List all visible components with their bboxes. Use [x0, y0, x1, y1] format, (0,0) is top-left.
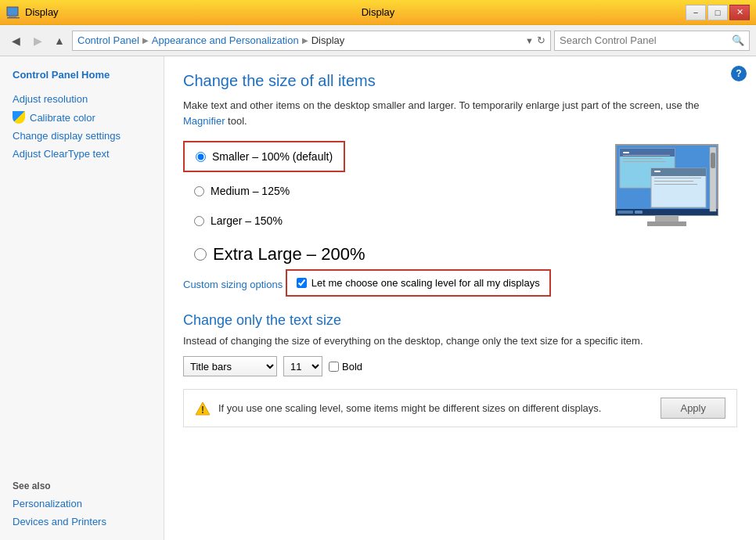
svg-rect-9: [623, 161, 666, 162]
section-title: Change only the text size: [183, 312, 737, 329]
search-input[interactable]: [560, 34, 732, 46]
see-also-label: See also: [0, 468, 164, 495]
warning-row: ! If you use one scaling level, some ite…: [183, 389, 737, 427]
custom-sizing-link[interactable]: Custom sizing options: [183, 279, 283, 290]
svg-rect-8: [623, 158, 662, 159]
section-desc: Instead of changing the size of everythi…: [183, 335, 737, 347]
sidebar-item-adjust-cleartype[interactable]: Adjust ClearType text: [0, 145, 164, 163]
radio-smaller[interactable]: Smaller – 100% (default): [196, 150, 333, 163]
scaling-checkbox[interactable]: [297, 278, 307, 288]
breadcrumb-display: Display: [311, 34, 345, 46]
sidebar-item-calibrate-color[interactable]: Calibrate color: [0, 108, 164, 127]
apply-button[interactable]: Apply: [661, 398, 725, 419]
radio-smaller-input[interactable]: [196, 152, 206, 162]
maximize-button[interactable]: □: [707, 5, 728, 20]
svg-rect-13: [654, 178, 701, 178]
window-controls: − □ ✕: [686, 5, 750, 20]
main-layout: Control Panel Home Adjust resolution Cal…: [0, 56, 756, 540]
svg-rect-17: [617, 211, 633, 214]
svg-rect-19: [655, 215, 679, 221]
app-icon: [6, 5, 20, 20]
svg-rect-18: [635, 211, 643, 214]
title-bar-text: Display: [25, 6, 59, 18]
svg-rect-15: [654, 184, 697, 185]
warning-message: ! If you use one scaling level, some ite…: [195, 401, 601, 416]
svg-rect-0: [7, 7, 18, 16]
page-title: Change the size of all items: [183, 72, 737, 90]
svg-rect-6: [623, 152, 629, 153]
minimize-button[interactable]: −: [686, 5, 706, 20]
warning-icon: !: [195, 401, 211, 416]
page-description: Make text and other items on the desktop…: [183, 98, 737, 128]
radio-medium[interactable]: Medium – 125%: [183, 180, 596, 202]
svg-rect-7: [623, 155, 670, 156]
sidebar-item-change-display-settings[interactable]: Change display settings: [0, 127, 164, 145]
options-row: Smaller – 100% (default) Medium – 125% L…: [183, 141, 737, 269]
radio-extralarge[interactable]: Extra Large – 200%: [183, 239, 596, 269]
radio-highlighted-group: Smaller – 100% (default): [183, 141, 345, 172]
svg-rect-12: [654, 171, 661, 172]
sidebar-home-link[interactable]: Control Panel Home: [0, 66, 164, 84]
help-button[interactable]: ?: [731, 66, 747, 81]
radio-medium-input[interactable]: [194, 186, 204, 196]
bold-checkbox[interactable]: [329, 362, 339, 372]
scaling-checkbox-label[interactable]: Let me choose one scaling level for all …: [311, 277, 540, 289]
svg-rect-20: [647, 221, 686, 226]
radio-options: Smaller – 100% (default) Medium – 125% L…: [183, 141, 596, 269]
display-preview: [612, 141, 737, 235]
bold-label[interactable]: Bold: [329, 361, 362, 373]
display-preview-svg: [612, 141, 737, 235]
text-size-row: Title bars Menus Message boxes Palette t…: [183, 356, 737, 376]
svg-text:!: !: [201, 405, 204, 416]
back-button[interactable]: ◀: [6, 31, 25, 50]
radio-larger-input[interactable]: [194, 216, 204, 226]
title-bar: Display Display − □ ✕: [0, 0, 756, 25]
svg-rect-22: [711, 153, 715, 168]
sidebar-item-adjust-resolution[interactable]: Adjust resolution: [0, 90, 164, 108]
up-button[interactable]: ▲: [50, 31, 69, 50]
breadcrumb-dropdown[interactable]: ▼: [525, 36, 534, 45]
text-item-select[interactable]: Title bars Menus Message boxes Palette t…: [183, 356, 277, 376]
checkbox-scaling-group: Let me choose one scaling level for all …: [286, 269, 551, 297]
forward-button[interactable]: ▶: [28, 31, 47, 50]
breadcrumb: Control Panel ▶ Appearance and Personali…: [72, 31, 551, 51]
sidebar-item-devices-printers[interactable]: Devices and Printers: [0, 513, 164, 531]
content-area: ? Change the size of all items Make text…: [164, 56, 756, 540]
breadcrumb-appearance[interactable]: Appearance and Personalization: [152, 34, 299, 46]
radio-larger[interactable]: Larger – 150%: [183, 210, 596, 232]
sidebar-item-personalization[interactable]: Personalization: [0, 495, 164, 513]
svg-rect-1: [9, 16, 16, 17]
radio-extralarge-input[interactable]: [194, 248, 207, 261]
font-size-select[interactable]: 8 9 10 11 12 14 16: [283, 356, 322, 376]
refresh-button[interactable]: ↻: [537, 34, 545, 46]
magnifier-link[interactable]: Magnifier: [183, 115, 225, 127]
svg-rect-2: [7, 17, 20, 19]
address-bar: ◀ ▶ ▲ Control Panel ▶ Appearance and Per…: [0, 25, 756, 56]
search-icon: 🔍: [732, 34, 744, 46]
close-button[interactable]: ✕: [729, 5, 750, 20]
search-bar: 🔍: [554, 31, 750, 51]
shield-icon: [13, 111, 25, 124]
title-bar-title: Display: [362, 6, 395, 18]
sidebar: Control Panel Home Adjust resolution Cal…: [0, 56, 164, 540]
svg-rect-14: [654, 181, 693, 182]
breadcrumb-control-panel[interactable]: Control Panel: [77, 34, 139, 46]
